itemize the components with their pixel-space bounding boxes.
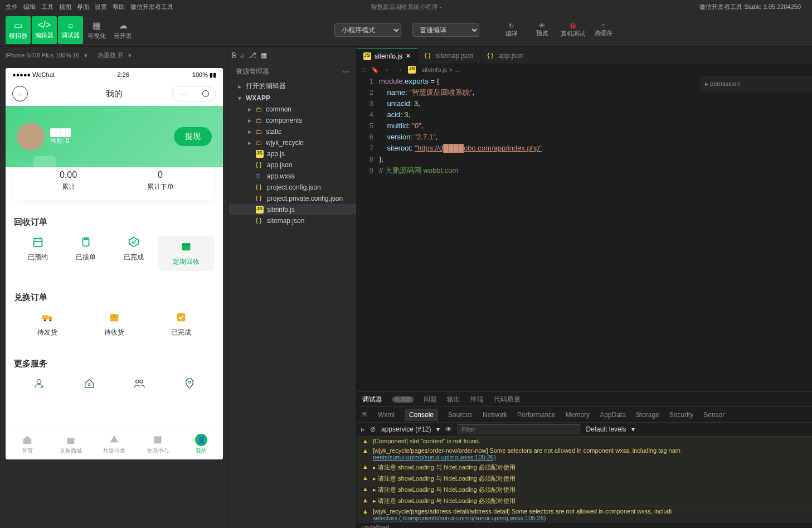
clearcache-button[interactable]: ≡清缓存 bbox=[588, 16, 619, 44]
folder-components[interactable]: ▸🗀components bbox=[229, 115, 356, 126]
devtools-appdata[interactable]: AppData bbox=[600, 411, 626, 419]
preview-button[interactable]: 👁预览 bbox=[527, 16, 557, 44]
debug-tab-output[interactable]: 输出 bbox=[447, 395, 460, 404]
more-icon[interactable]: ⋯ bbox=[343, 68, 349, 76]
compile-button[interactable]: ↻编译 bbox=[496, 16, 527, 44]
git-icon[interactable]: ⎇ bbox=[249, 51, 256, 59]
folder-wjyk[interactable]: ▸🗀wjyk_recycle bbox=[229, 137, 356, 148]
explorer-icon[interactable]: ⎘ bbox=[232, 51, 236, 59]
recycle-done[interactable]: 已完成 bbox=[110, 236, 158, 271]
debug-tab-problems[interactable]: 问题 bbox=[424, 395, 437, 404]
exchange-toship[interactable]: 待发货 bbox=[14, 311, 81, 337]
folder-static[interactable]: ▸🗀static bbox=[229, 126, 356, 137]
toolbar-debugger[interactable]: ⌕调试器 bbox=[58, 16, 83, 44]
devtools-security[interactable]: Security bbox=[669, 411, 693, 419]
search-icon[interactable]: ⌕ bbox=[240, 51, 244, 59]
file-appjson[interactable]: { }app.json bbox=[229, 159, 356, 171]
context-select[interactable]: appservice (#12) bbox=[381, 425, 431, 433]
simulator-screen[interactable]: ●●●●● WeChat 2:26 100% ▮▮ ⌂ 我的 ⋯ ████ 当前… bbox=[6, 68, 223, 459]
service-2[interactable] bbox=[64, 377, 114, 390]
version-label: 微信开发者工具 Stable 1.05.2204250 bbox=[699, 3, 801, 11]
file-sitemap[interactable]: { }sitemap.json bbox=[229, 215, 356, 226]
devtools-memory[interactable]: Memory bbox=[566, 411, 590, 419]
devtools-console[interactable]: Console bbox=[405, 409, 438, 421]
ext-icon[interactable]: ▦ bbox=[261, 51, 267, 59]
toolbar-cloud[interactable]: ☁云开发 bbox=[110, 16, 135, 44]
menu-help[interactable]: 帮助 bbox=[113, 3, 125, 11]
devtools-sensor[interactable]: Sensor bbox=[703, 411, 725, 419]
recycle-reserved[interactable]: 已预约 bbox=[14, 236, 62, 271]
debug-tab-debugger[interactable]: 调试器 bbox=[362, 395, 382, 404]
breadcrumb[interactable]: ≡🔖←→ JSsiteinfo.js > ... bbox=[357, 64, 812, 76]
close-icon[interactable]: ✕ bbox=[406, 52, 411, 60]
devtools-performance[interactable]: Performance bbox=[517, 411, 556, 419]
recycle-periodic[interactable]: 定期回收 bbox=[158, 236, 215, 271]
devtools-network[interactable]: Network bbox=[483, 411, 507, 419]
outline-panel[interactable]: ▸ permission bbox=[701, 76, 812, 91]
filter-input[interactable] bbox=[458, 424, 580, 434]
folder-common[interactable]: ▸🗀common bbox=[229, 104, 356, 115]
exchange-toreceive[interactable]: 待收货 bbox=[81, 311, 148, 337]
devtools-wxml[interactable]: Wxml bbox=[378, 411, 395, 419]
status-battery: 100% ▮▮ bbox=[192, 71, 216, 79]
toolbar-visualize[interactable]: ▦可视化 bbox=[84, 16, 109, 44]
console-output[interactable]: ▲[Component] slot "content" is not found… bbox=[357, 437, 812, 528]
avatar[interactable] bbox=[17, 123, 45, 151]
home-icon[interactable]: ⌂ bbox=[12, 86, 28, 101]
hotreload-toggle[interactable]: 热重载 开 bbox=[98, 51, 124, 60]
block-icon[interactable]: ⊘ bbox=[370, 425, 376, 433]
code-editor[interactable]: 123456789 module.exports = { name: "智慧废品… bbox=[357, 76, 812, 391]
tab-sitemap[interactable]: { }sitemap.json bbox=[418, 48, 480, 64]
devtools-storage[interactable]: Storage bbox=[636, 411, 659, 419]
explorer-title: 资源管理器 bbox=[236, 67, 269, 76]
svg-rect-15 bbox=[67, 438, 75, 444]
tab-home[interactable]: 首页 bbox=[6, 429, 49, 459]
capsule[interactable]: ⋯ bbox=[172, 86, 216, 101]
realdebug-button[interactable]: 🐞真机调试 bbox=[557, 16, 588, 44]
menu-wxdevtools[interactable]: 微信开发者工具 bbox=[130, 3, 173, 11]
open-editors-section[interactable]: ▸打开的编辑器 bbox=[229, 80, 356, 93]
service-4[interactable] bbox=[164, 377, 215, 390]
tab-appjson[interactable]: { }app.json bbox=[480, 48, 531, 64]
exchange-done[interactable]: 已完成 bbox=[148, 311, 215, 337]
file-projprivate[interactable]: { }project.private.config.json bbox=[229, 193, 356, 204]
menubar: 文件 编辑 工具 视图 界面 设置 帮助 微信开发者工具 智慧废品回收系统小程序… bbox=[0, 0, 812, 13]
compile-select[interactable]: 普通编译 bbox=[412, 23, 479, 37]
debug-tab-terminal[interactable]: 终端 bbox=[470, 395, 484, 404]
inspect-icon[interactable]: ⇱ bbox=[362, 411, 368, 419]
project-root[interactable]: ▾WXAPP bbox=[229, 93, 356, 104]
service-1[interactable] bbox=[14, 377, 64, 390]
mode-select[interactable]: 小程序模式 bbox=[334, 23, 401, 37]
toolbar-editor[interactable]: </>编辑器 bbox=[32, 16, 57, 44]
trash-icon bbox=[33, 156, 56, 178]
file-siteinfo[interactable]: JSsiteinfo.js bbox=[229, 204, 356, 215]
level-select[interactable]: Default levels bbox=[586, 425, 626, 433]
svg-point-5 bbox=[44, 319, 46, 322]
file-projconfig[interactable]: { }project.config.json bbox=[229, 182, 356, 193]
menu-interface[interactable]: 界面 bbox=[77, 3, 89, 11]
eye-icon[interactable]: 👁 bbox=[445, 425, 452, 433]
withdraw-button[interactable]: 提现 bbox=[174, 127, 212, 146]
svg-rect-8 bbox=[113, 314, 115, 317]
recycle-accepted[interactable]: 已接单 bbox=[62, 236, 110, 271]
menu-settings[interactable]: 设置 bbox=[95, 3, 107, 11]
menu-edit[interactable]: 编辑 bbox=[23, 3, 36, 11]
file-appjs[interactable]: JSapp.js bbox=[229, 148, 356, 159]
svg-rect-16 bbox=[154, 437, 162, 444]
service-3[interactable] bbox=[114, 377, 164, 390]
tab-siteinfo[interactable]: JSsiteinfo.js✕ bbox=[357, 48, 418, 64]
toolbar-simulator[interactable]: ▭模拟器 bbox=[6, 16, 31, 44]
menu-view[interactable]: 视图 bbox=[59, 3, 71, 11]
play-icon[interactable]: ▹ bbox=[361, 425, 364, 433]
tab-news[interactable]: 资讯中心 bbox=[136, 429, 179, 459]
tab-sort[interactable]: 垃圾分类 bbox=[93, 429, 136, 459]
debug-tab-quality[interactable]: 代码质量 bbox=[494, 395, 521, 404]
device-select[interactable]: iPhone 6/7/8 Plus 100% 16 bbox=[6, 52, 80, 59]
tab-mine[interactable]: 👤我的 bbox=[179, 429, 223, 459]
menu-tools[interactable]: 工具 bbox=[41, 3, 54, 11]
file-appwxss[interactable]: ⧉app.wxss bbox=[229, 171, 356, 182]
activity-bar[interactable]: ⎘ ⌕ ⎇ ▦ bbox=[229, 47, 356, 64]
menu-file[interactable]: 文件 bbox=[6, 3, 18, 11]
devtools-sources[interactable]: Sources bbox=[448, 411, 473, 419]
tab-mall[interactable]: 兑换商城 bbox=[49, 429, 93, 459]
